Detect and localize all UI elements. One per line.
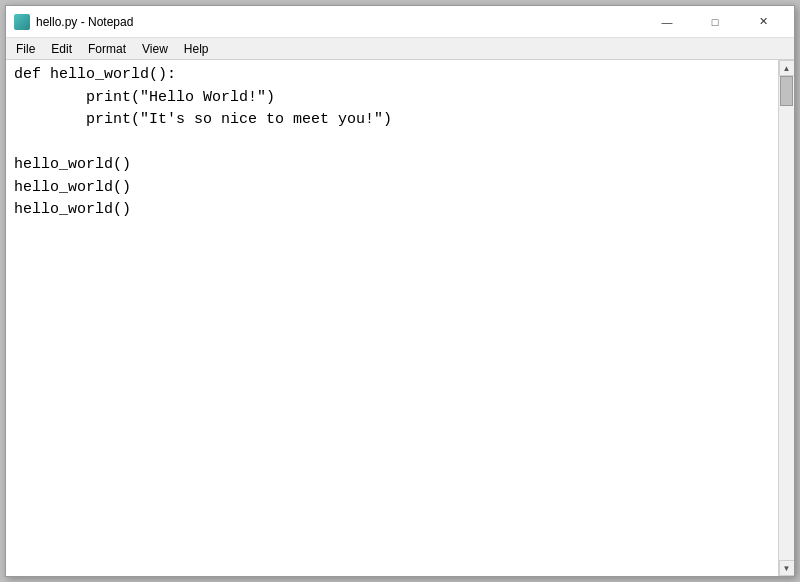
menu-bar: File Edit Format View Help [6, 38, 794, 60]
maximize-button[interactable]: □ [692, 6, 738, 38]
menu-view[interactable]: View [134, 40, 176, 58]
editor-area: ▲ ▼ [6, 60, 794, 576]
menu-file[interactable]: File [8, 40, 43, 58]
scroll-down-arrow[interactable]: ▼ [779, 560, 795, 576]
menu-edit[interactable]: Edit [43, 40, 80, 58]
menu-help[interactable]: Help [176, 40, 217, 58]
scroll-track[interactable] [779, 76, 794, 560]
minimize-button[interactable]: — [644, 6, 690, 38]
app-icon [14, 14, 30, 30]
title-bar-controls: — □ ✕ [644, 6, 786, 38]
menu-format[interactable]: Format [80, 40, 134, 58]
title-bar: hello.py - Notepad — □ ✕ [6, 6, 794, 38]
window-title: hello.py - Notepad [36, 15, 133, 29]
title-bar-left: hello.py - Notepad [14, 14, 133, 30]
scroll-up-arrow[interactable]: ▲ [779, 60, 795, 76]
text-editor[interactable] [6, 60, 778, 576]
notepad-window: hello.py - Notepad — □ ✕ File Edit Forma… [5, 5, 795, 577]
vertical-scrollbar[interactable]: ▲ ▼ [778, 60, 794, 576]
scroll-thumb[interactable] [780, 76, 793, 106]
close-button[interactable]: ✕ [740, 6, 786, 38]
